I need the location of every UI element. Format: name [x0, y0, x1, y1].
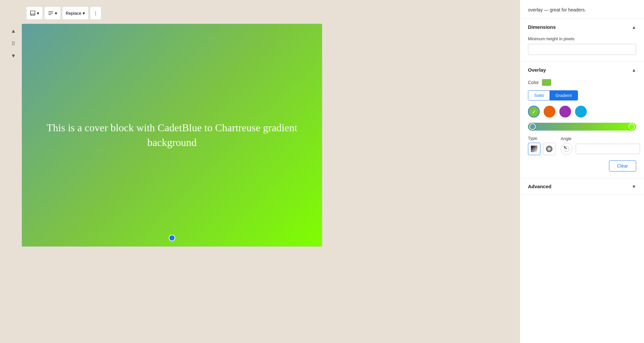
- color-row: Color: [528, 79, 636, 86]
- cover-text: This is a cover block with CadetBlue to …: [22, 120, 322, 150]
- type-angle-row: Type Angle: [528, 136, 636, 155]
- gradient-stop-left[interactable]: [529, 123, 536, 130]
- align-button[interactable]: ▾: [44, 7, 61, 20]
- advanced-collapse-icon: ▼: [632, 184, 636, 189]
- align-chevron: ▾: [55, 11, 57, 16]
- overlay-section: Overlay ▲ Color Solid Gradient ✓: [520, 62, 644, 178]
- color-label: Color: [528, 80, 539, 85]
- gradient-bar[interactable]: [528, 123, 636, 131]
- angle-indicator-icon: [563, 145, 570, 153]
- solid-tab[interactable]: Solid: [528, 91, 550, 100]
- advanced-section-header[interactable]: Advanced ▼: [520, 178, 644, 194]
- gradient-stop-right[interactable]: [628, 123, 635, 130]
- chevron-down-icon: ▼: [11, 53, 16, 59]
- gradient-bar-wrapper: [528, 123, 636, 131]
- block-toolbar: ▾ ▾ Replace ▾ ⋮: [26, 7, 513, 20]
- settings-panel: overlay — great for headers. Dimensions …: [520, 0, 644, 343]
- dimensions-title: Dimensions: [528, 24, 556, 30]
- dimensions-section: Dimensions ▲ Minimum height in pixels: [520, 19, 644, 62]
- angle-input-row: 135: [561, 143, 640, 155]
- clear-button[interactable]: Clear: [609, 160, 636, 172]
- align-icon: [48, 10, 54, 16]
- color-swatch-blue[interactable]: [575, 106, 587, 117]
- color-swatch-orange[interactable]: [544, 106, 555, 117]
- color-swatch-button[interactable]: [542, 79, 551, 86]
- editor-main: ▲ ⠿ ▼ This is a cover block with CadetBl…: [7, 24, 513, 247]
- dimensions-collapse-icon: ▲: [632, 25, 636, 30]
- block-controls: ▲ ⠿ ▼: [7, 24, 20, 63]
- move-up-button[interactable]: ▲: [8, 26, 18, 36]
- replace-label: Replace: [66, 11, 81, 16]
- block-type-button[interactable]: ▾: [26, 7, 43, 20]
- panel-intro: overlay — great for headers.: [520, 0, 644, 19]
- gradient-tab[interactable]: Gradient: [550, 91, 578, 100]
- type-options: [528, 143, 555, 155]
- overlay-section-header[interactable]: Overlay ▲: [520, 62, 644, 78]
- color-swatch-green[interactable]: ✓: [528, 106, 540, 117]
- type-linear-button[interactable]: [528, 143, 540, 155]
- type-label: Type: [528, 136, 555, 141]
- editor-area: ▾ ▾ Replace ▾ ⋮ ▲ ⠿ ▼: [0, 0, 520, 343]
- type-linear-icon: [531, 146, 537, 152]
- svg-point-9: [564, 146, 565, 148]
- angle-col: Angle 135: [561, 136, 640, 155]
- dimensions-section-header[interactable]: Dimensions ▲: [520, 19, 644, 35]
- cover-block[interactable]: This is a cover block with CadetBlue to …: [22, 24, 322, 246]
- type-radial-icon: [546, 146, 552, 152]
- advanced-section: Advanced ▼: [520, 178, 644, 195]
- advanced-title: Advanced: [528, 184, 551, 189]
- drag-handle-button[interactable]: ⠿: [8, 39, 18, 48]
- move-down-button[interactable]: ▼: [8, 51, 18, 61]
- replace-chevron: ▾: [83, 11, 85, 16]
- cover-block-wrapper: This is a cover block with CadetBlue to …: [22, 24, 322, 247]
- min-height-label: Minimum height in pixels: [528, 36, 636, 41]
- more-options-icon: ⋮: [93, 11, 98, 16]
- replace-button[interactable]: Replace ▾: [62, 7, 89, 20]
- overlay-section-body: Color Solid Gradient ✓: [520, 78, 644, 178]
- cover-drag-handle[interactable]: [169, 235, 175, 241]
- color-swatches-row: ✓: [528, 106, 636, 117]
- chevron-up-icon: ▲: [11, 28, 16, 34]
- more-options-button[interactable]: ⋮: [90, 7, 101, 20]
- angle-circle-control[interactable]: [561, 143, 572, 155]
- panel-intro-text: overlay — great for headers.: [528, 7, 586, 12]
- min-height-input[interactable]: [528, 44, 636, 55]
- angle-label: Angle: [561, 136, 640, 141]
- dimensions-section-body: Minimum height in pixels: [520, 35, 644, 62]
- type-col: Type: [528, 136, 555, 155]
- svg-rect-0: [30, 11, 35, 15]
- solid-gradient-tabs: Solid Gradient: [528, 90, 578, 100]
- drag-icon: ⠿: [11, 41, 15, 47]
- block-type-chevron: ▾: [37, 11, 39, 16]
- type-radial-button[interactable]: [543, 143, 555, 155]
- overlay-title: Overlay: [528, 67, 546, 73]
- angle-input[interactable]: 135: [576, 144, 640, 154]
- color-swatch-purple[interactable]: [559, 106, 571, 117]
- cover-block-icon: [30, 10, 36, 16]
- overlay-collapse-icon: ▲: [632, 67, 636, 73]
